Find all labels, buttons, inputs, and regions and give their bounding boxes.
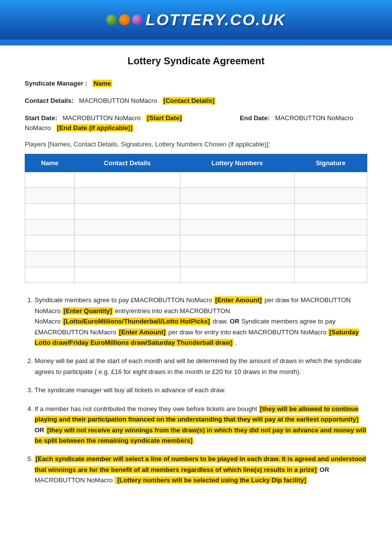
term1-text2: per draw for xyxy=(262,296,301,304)
table-row xyxy=(25,220,367,235)
term4-end: . xyxy=(193,437,195,444)
term1-macro1: MACROBUTTON NoMacro xyxy=(134,296,213,304)
table-row xyxy=(25,267,367,283)
ball-purple-icon xyxy=(132,14,143,25)
contact-details-row: Contact Details: MACROBUTTON NoMacro [Co… xyxy=(25,96,367,106)
main-content: Lottery Syndicate Agreement Syndicate Ma… xyxy=(0,46,392,509)
syndicate-manager-value[interactable]: Name xyxy=(92,80,112,87)
contact-details-value[interactable]: [Contact Details] xyxy=(163,97,216,104)
end-date-macro: MACROBUTTON NoMacro xyxy=(275,114,353,122)
col-contact: Contact Details xyxy=(75,154,180,172)
term1-value3[interactable]: [Lotto/EuroMillions/Thunderball/Lotto Ho… xyxy=(62,318,211,325)
term1-text5: per draw for entry into each xyxy=(167,328,248,336)
term-2: Money will be paid at the start of each … xyxy=(35,356,367,377)
syndicate-manager-row: Syndicate Manager : Name xyxy=(25,79,367,89)
start-date-label: Start Date: xyxy=(25,114,57,122)
term4-or: OR xyxy=(35,426,46,434)
table-row xyxy=(25,172,367,188)
logo-text: LOTTERY.CO.UK xyxy=(146,11,286,29)
table-row xyxy=(25,235,367,251)
end-date-label: End Date: xyxy=(240,114,270,122)
ball-green-icon xyxy=(106,14,117,25)
logo: LOTTERY.CO.UK xyxy=(106,11,286,29)
term-4: If a member has not contributed the mone… xyxy=(35,404,367,446)
term4-value2[interactable]: [they will not receive any winnings from… xyxy=(35,426,366,444)
term-3: The syndicate manager will buy all ticke… xyxy=(35,385,367,395)
term1-end: . xyxy=(233,339,237,346)
term-1: Syndicate members agree to pay £MACROBUT… xyxy=(35,295,367,348)
table-row xyxy=(25,188,367,204)
term1-macro5: MACROBUTTON NoMacro xyxy=(248,328,326,336)
ball-orange-icon xyxy=(119,14,130,25)
syndicate-manager-label: Syndicate Manager : xyxy=(25,80,87,87)
term1-value2[interactable]: [Enter Quantity] xyxy=(62,307,113,315)
term1-text1: Syndicate members agree to pay £ xyxy=(35,296,134,304)
start-date-value[interactable]: [Start Date] xyxy=(146,114,182,122)
header: LOTTERY.CO.UK xyxy=(0,0,392,40)
term5-or: OR xyxy=(318,466,329,473)
term1-macro4: MACROBUTTON NoMacro xyxy=(38,328,116,336)
logo-balls xyxy=(106,14,143,25)
start-date-macro: MACROBUTTON NoMacro xyxy=(63,114,141,122)
blue-stripe xyxy=(0,40,392,46)
col-lottery-numbers: Lottery Numbers xyxy=(180,154,294,172)
term1-text3: entry/entries into each xyxy=(113,307,180,315)
table-row xyxy=(25,204,367,220)
terms-list: Syndicate members agree to pay £MACROBUT… xyxy=(25,295,367,486)
players-table: Name Contact Details Lottery Numbers Sig… xyxy=(25,154,367,283)
end-date-value[interactable]: [End Date (if applicable)] xyxy=(56,124,133,132)
term3-text: The syndicate manager will buy all ticke… xyxy=(35,386,226,394)
players-intro: Players [Names, Contact Details, Signatu… xyxy=(25,140,367,148)
page-title: Lottery Syndicate Agreement xyxy=(25,55,367,67)
term2-text: Money will be paid at the start of each … xyxy=(35,357,361,375)
term5-value2[interactable]: [Lottery numbers will be selected using … xyxy=(115,476,307,484)
logo-couk: .CO.UK xyxy=(224,11,286,29)
term5-value1[interactable]: [Each syndicate member will select a lin… xyxy=(35,455,366,473)
contact-details-macro: MACROBUTTON NoMacro xyxy=(79,97,157,104)
term4-text1: If a member has not contributed the mone… xyxy=(35,405,259,413)
term5-macro1: MACROBUTTON NoMacro xyxy=(35,476,113,484)
term-5: [Each syndicate member will select a lin… xyxy=(35,454,367,485)
contact-details-label: Contact Details: xyxy=(25,97,74,104)
term5-end: . xyxy=(307,476,309,484)
table-header-row: Name Contact Details Lottery Numbers Sig… xyxy=(25,154,367,172)
dates-row: Start Date: MACROBUTTON NoMacro [Start D… xyxy=(25,113,367,134)
end-date-macro2: NoMacro xyxy=(25,124,51,132)
table-row xyxy=(25,251,367,267)
term1-value4[interactable]: [Enter Amount] xyxy=(118,328,167,336)
term1-value1[interactable]: [Enter Amount] xyxy=(214,296,262,304)
col-name: Name xyxy=(25,154,75,172)
col-signature: Signature xyxy=(294,154,367,172)
logo-lottery: LOTTERY xyxy=(146,11,225,29)
